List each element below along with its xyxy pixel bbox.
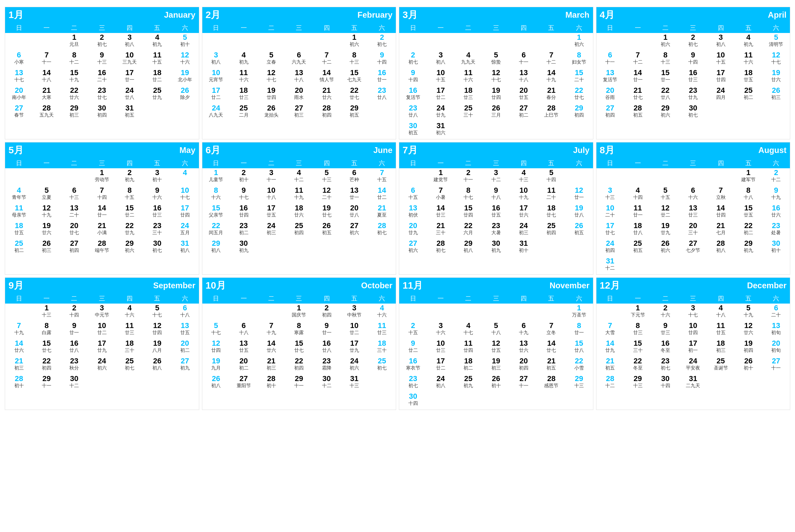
day-header-1: 一	[624, 158, 652, 168]
calendar-cell: 27重阳节	[230, 374, 257, 392]
calendar-cell: 10元宵节	[202, 68, 230, 86]
month-cn-label: 6月	[206, 144, 221, 157]
calendar-cell: 26初十	[734, 357, 762, 374]
calendar-cell: 3十三	[596, 186, 624, 204]
calendar-cell: 10十五	[707, 51, 734, 68]
calendar-cell: 5十七	[202, 321, 230, 339]
day-header-1: 一	[33, 158, 60, 168]
calendar-cell: 26三月	[482, 104, 510, 121]
calendar-cell: 6十三	[61, 186, 88, 204]
month-en-label: March	[565, 10, 590, 20]
day-header-5: 五	[143, 293, 171, 304]
calendar-cell: 2十四	[61, 304, 88, 321]
calendar-cell: 6二十	[762, 304, 790, 321]
calendar-cell: 27春节	[5, 104, 33, 121]
calendar-cell: 9廿一	[61, 321, 88, 339]
calendar-cell: 8十三	[340, 51, 368, 68]
calendar-cell: 28十二	[596, 374, 624, 392]
calendar-cell: 24初六	[340, 357, 368, 374]
calendar-cell: 29初三	[61, 104, 88, 121]
day-header-4: 四	[116, 158, 143, 168]
calendar-cell	[734, 374, 762, 392]
calendar-cell: 16廿四	[230, 204, 257, 221]
calendar-cell: 1劳动节	[88, 168, 116, 186]
calendar-cell: 3十一	[257, 168, 285, 186]
calendar-cell: 31初十	[510, 239, 537, 257]
calendar-cell: 2十二	[762, 168, 790, 186]
calendar-cell: 14廿九	[596, 339, 624, 357]
calendar-cell: 19八月	[143, 339, 171, 357]
calendar-cell: 12廿五	[482, 339, 510, 357]
calendar-cell: 13廿六	[510, 339, 537, 357]
calendar-cell	[171, 104, 199, 121]
calendar-cell	[455, 304, 482, 321]
calendar-cell: 15十九	[61, 68, 88, 86]
calendar-cell: 22廿八	[652, 86, 679, 104]
calendar-cell: 9十九	[762, 186, 790, 204]
month-cn-label: 10月	[206, 279, 226, 292]
calendar-cell: 12十七	[257, 68, 285, 86]
calendar-cell: 29十一	[33, 374, 60, 392]
calendar-cell: 21小满	[88, 221, 116, 239]
calendar-cell: 28初十	[257, 374, 285, 392]
day-header-5: 五	[340, 158, 368, 168]
calendar-cell: 29初六	[652, 104, 679, 121]
calendar-cell	[455, 33, 482, 51]
page-header	[0, 0, 795, 5]
calendar-cell: 5十七	[143, 304, 171, 321]
calendar-cell: 6十六	[679, 186, 707, 204]
calendar-cell: 4十六	[368, 304, 396, 321]
day-header-1: 一	[230, 293, 257, 304]
calendar-cell: 30十二	[313, 374, 340, 392]
calendar-cell: 26初五	[565, 221, 593, 239]
calendar-cell	[707, 168, 734, 186]
calendar-cell	[143, 104, 171, 121]
calendar-cell: 24廿九	[427, 104, 454, 121]
calendar-cell	[399, 304, 427, 321]
calendar-cell	[313, 239, 340, 257]
calendar-cell: 11廿四	[455, 339, 482, 357]
calendar-cell: 25初四	[538, 221, 565, 239]
calendar-cell: 10十七	[171, 186, 199, 204]
day-header-1: 一	[230, 158, 257, 168]
calendar-cell: 5初十	[171, 33, 199, 51]
calendar-cell: 23三十	[143, 221, 171, 239]
calendar-cell: 28上巳节	[538, 104, 565, 121]
calendar-cell: 10廿二	[340, 321, 368, 339]
day-header-0: 日	[596, 23, 624, 33]
day-header-3: 三	[679, 23, 707, 33]
calendar-cell: 31初八	[171, 239, 199, 257]
calendar-cell: 7大雪	[596, 321, 624, 339]
calendar-cell: 9十四	[368, 51, 396, 68]
calendar-cell: 23秋分	[61, 357, 88, 374]
calendar-cell: 4十四	[624, 186, 652, 204]
calendar-cell: 28五九天	[33, 104, 60, 121]
calendar-cell: 15廿二	[116, 204, 143, 221]
calendar-cell: 2初七	[368, 33, 396, 51]
calendar-cell: 7立冬	[538, 321, 565, 339]
day-header-0: 日	[596, 293, 624, 304]
month-block-7: 7月July日一二三四五六1建党节2十一3十二4十三5十四6十五7小暑8十七9十…	[399, 142, 593, 275]
calendar-cell: 19廿九	[652, 221, 679, 239]
calendar-cell: 28初五	[624, 104, 652, 121]
calendar-cell	[596, 304, 624, 321]
calendar-cell: 29初八	[202, 239, 230, 257]
calendar-cell: 3中秋节	[340, 304, 368, 321]
calendar-cell: 4十八	[707, 304, 734, 321]
calendar-cell: 10廿二	[88, 321, 116, 339]
calendar-cell: 29十三	[565, 374, 593, 392]
calendar-cell	[285, 239, 313, 257]
calendar-cell: 12廿六	[734, 321, 762, 339]
calendar-cell	[762, 374, 790, 392]
day-header-1: 一	[33, 23, 60, 33]
calendar-cell: 17廿五	[257, 204, 285, 221]
month-en-label: January	[164, 10, 195, 20]
calendar-cell: 16冬至	[652, 339, 679, 357]
calendar-cell: 20廿七	[61, 221, 88, 239]
calendar-cell: 1建军节	[734, 168, 762, 186]
calendar-cell: 16廿三	[143, 204, 171, 221]
calendar-cell: 16寒衣节	[399, 357, 427, 374]
calendar-cell: 8十三	[652, 51, 679, 68]
month-cn-label: 3月	[403, 8, 418, 21]
calendar-cell: 3初八	[116, 33, 143, 51]
